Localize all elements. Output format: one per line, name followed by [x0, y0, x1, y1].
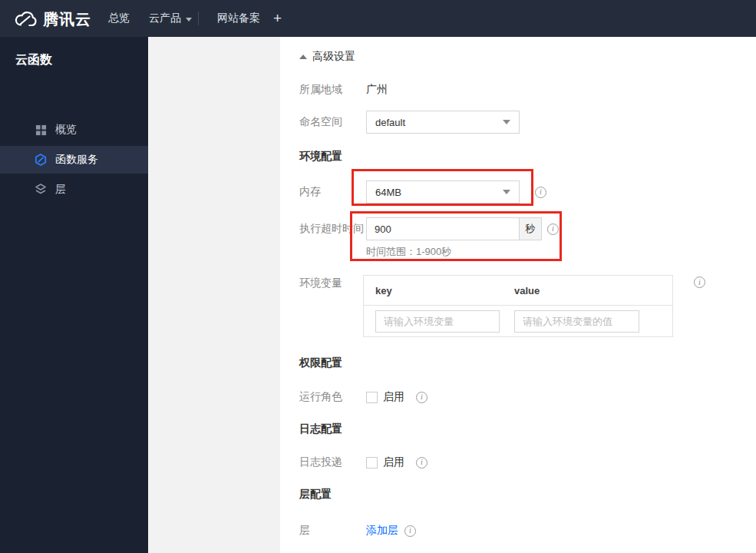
tencent-cloud-logo-icon[interactable] — [13, 8, 39, 29]
log-delivery-info-icon[interactable]: i — [416, 457, 428, 469]
run-role-enable-label: 启用 — [383, 390, 404, 404]
collapse-arrow-icon — [299, 55, 307, 59]
timeout-info-icon[interactable]: i — [547, 224, 559, 235]
layer-label: 层 — [299, 524, 366, 538]
timeout-label: 执行超时时间 — [299, 222, 366, 236]
sidebar: 云函数 概览 函数服务 — [0, 37, 148, 553]
env-var-value-input[interactable] — [514, 310, 639, 333]
grid-icon — [35, 124, 47, 136]
key-column-header: key — [375, 285, 514, 296]
advanced-settings-label: 高级设置 — [312, 50, 355, 64]
log-delivery-enable-checkbox[interactable] — [366, 457, 378, 469]
run-role-label: 运行角色 — [299, 390, 366, 404]
sidebar-item-layers[interactable]: 层 — [0, 176, 148, 204]
topbar-divider — [198, 12, 199, 25]
add-layer-info-icon[interactable]: i — [404, 525, 416, 537]
env-config-section-title: 环境配置 — [299, 150, 342, 162]
namespace-selected-value: default — [375, 117, 405, 128]
secondary-panel — [148, 37, 280, 553]
sidebar-item-overview[interactable]: 概览 — [0, 116, 148, 144]
timeout-input[interactable] — [366, 217, 520, 240]
topnav-cloud-products-label: 云产品 — [149, 12, 181, 25]
env-vars-table: key value — [363, 275, 673, 337]
chevron-down-icon — [186, 18, 192, 22]
timeout-unit-suffix: 秒 — [519, 217, 542, 240]
memory-label: 内存 — [299, 185, 366, 199]
tencent-cloud-console: 腾讯云 总览 云产品 网站备案 + 云函数 概览 — [0, 0, 756, 553]
brand-name[interactable]: 腾讯云 — [43, 9, 91, 30]
permission-section-title: 权限配置 — [299, 356, 342, 369]
topnav-icp-record-label: 网站备案 — [217, 12, 260, 25]
topnav-overview[interactable]: 总览 — [108, 0, 130, 37]
memory-select[interactable]: 64MB — [366, 180, 520, 204]
log-delivery-label: 日志投递 — [299, 455, 366, 469]
memory-selected-value: 64MB — [375, 187, 401, 198]
chevron-down-icon — [503, 190, 510, 194]
function-hexagon-icon — [35, 154, 47, 166]
chevron-down-icon — [503, 120, 510, 124]
namespace-select[interactable]: default — [366, 111, 520, 134]
sidebar-item-label: 概览 — [55, 123, 77, 137]
add-tab-button[interactable]: + — [273, 0, 282, 37]
topbar: 腾讯云 总览 云产品 网站备案 + — [0, 0, 756, 37]
topnav-overview-label: 总览 — [108, 12, 130, 25]
log-delivery-enable-label: 启用 — [383, 455, 404, 469]
add-layer-link[interactable]: 添加层 — [366, 524, 398, 538]
namespace-label: 命名空间 — [299, 115, 366, 129]
advanced-settings-panel: 高级设置 所属地域 广州 命名空间 default 环境配置 内存 64MB i — [280, 37, 756, 553]
sidebar-title: 云函数 — [15, 52, 52, 68]
sidebar-item-function-service[interactable]: 函数服务 — [0, 146, 148, 174]
region-label: 所属地域 — [299, 83, 366, 97]
env-vars-label: 环境变量 — [299, 271, 366, 290]
topnav-icp-record[interactable]: 网站备案 — [217, 0, 260, 37]
timeout-range-hint: 时间范围：1-900秒 — [366, 245, 451, 259]
topnav-cloud-products[interactable]: 云产品 — [149, 0, 192, 37]
layer-section-title: 层配置 — [299, 488, 332, 500]
log-section-title: 日志配置 — [299, 422, 342, 435]
env-var-key-input[interactable] — [375, 310, 500, 333]
value-column-header: value — [514, 285, 540, 296]
run-role-info-icon[interactable]: i — [416, 392, 428, 403]
layers-icon — [35, 184, 47, 196]
env-vars-table-header: key value — [364, 276, 672, 306]
sidebar-item-label: 层 — [55, 183, 66, 197]
sidebar-item-label: 函数服务 — [55, 153, 98, 167]
env-vars-info-icon[interactable]: i — [694, 276, 705, 288]
advanced-settings-toggle[interactable]: 高级设置 — [299, 50, 355, 64]
env-vars-table-row — [364, 306, 672, 337]
region-value: 广州 — [366, 83, 388, 97]
run-role-enable-checkbox[interactable] — [366, 392, 378, 403]
memory-info-icon[interactable]: i — [535, 187, 546, 198]
